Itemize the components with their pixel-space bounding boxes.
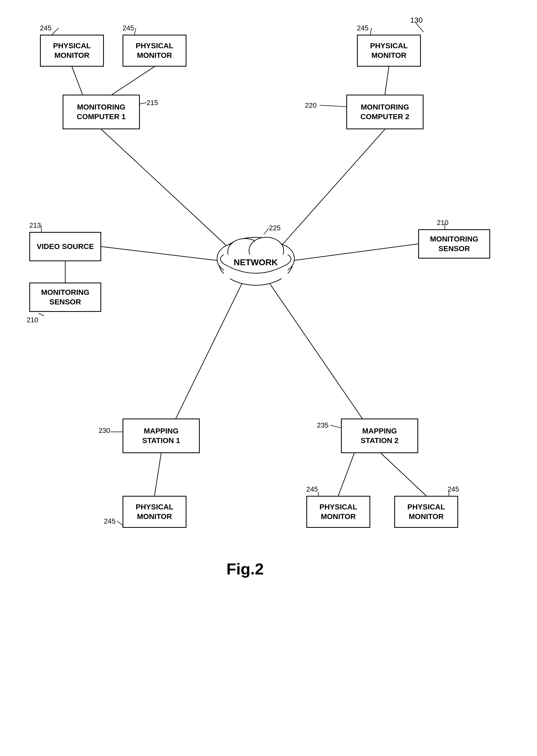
physical-monitor-5-box: PHYSICALMONITOR bbox=[306, 496, 370, 528]
monitoring-sensor-right-label: MONITORINGSENSOR bbox=[430, 234, 478, 254]
physical-monitor-5-label: PHYSICALMONITOR bbox=[319, 502, 357, 522]
svg-point-17 bbox=[249, 237, 284, 264]
svg-line-12 bbox=[381, 453, 426, 496]
diagram: NETWORK PHYSICAL MONITOR 245 PHYSICALMON… bbox=[0, 0, 537, 756]
physical-monitor-2-label: PHYSICALMONITOR bbox=[136, 41, 173, 61]
svg-point-14 bbox=[217, 244, 252, 273]
svg-line-23 bbox=[370, 28, 372, 35]
ref-245-2: 245 bbox=[123, 24, 134, 32]
ref-130: 130 bbox=[410, 16, 423, 24]
ref-245-4: 245 bbox=[104, 517, 115, 525]
ref-220: 220 bbox=[305, 101, 316, 110]
physical-monitor-6-label: PHYSICALMONITOR bbox=[407, 502, 445, 522]
ref-210-right: 210 bbox=[437, 219, 448, 227]
svg-line-10 bbox=[154, 453, 161, 496]
monitoring-computer-1-box: MONITORINGCOMPUTER 1 bbox=[62, 95, 140, 129]
mapping-station-1-box: MAPPINGSTATION 1 bbox=[123, 419, 200, 453]
svg-point-16 bbox=[228, 239, 262, 265]
physical-monitor-4-box: PHYSICALMONITOR bbox=[123, 496, 186, 528]
svg-line-3 bbox=[101, 129, 232, 250]
svg-rect-18 bbox=[224, 254, 288, 279]
physical-monitor-4-label: PHYSICALMONITOR bbox=[136, 502, 173, 522]
physical-monitor-2-box: PHYSICALMONITOR bbox=[123, 35, 186, 67]
svg-line-1 bbox=[112, 67, 154, 95]
ref-213: 213 bbox=[29, 221, 41, 230]
video-source-label: VIDEO SOURCE bbox=[37, 242, 94, 251]
svg-line-8 bbox=[176, 283, 242, 419]
ref-215: 215 bbox=[146, 99, 158, 107]
monitoring-sensor-left-label: MONITORINGSENSOR bbox=[41, 288, 89, 307]
ref-245-6: 245 bbox=[447, 485, 459, 493]
svg-line-31 bbox=[330, 425, 341, 428]
svg-line-20 bbox=[52, 28, 59, 35]
svg-line-2 bbox=[385, 67, 389, 95]
video-source-box: VIDEO SOURCE bbox=[29, 232, 101, 261]
svg-line-7 bbox=[288, 244, 418, 261]
svg-line-9 bbox=[269, 283, 362, 419]
svg-line-21 bbox=[135, 28, 136, 35]
physical-monitor-1-box: PHYSICAL MONITOR bbox=[40, 35, 104, 67]
physical-monitor-3-box: PHYSICALMONITOR bbox=[357, 35, 421, 67]
svg-text:NETWORK: NETWORK bbox=[233, 257, 277, 267]
physical-monitor-1-label: PHYSICAL MONITOR bbox=[43, 41, 101, 61]
mapping-station-2-label: MAPPINGSTATION 2 bbox=[361, 426, 398, 446]
ref-235: 235 bbox=[317, 421, 328, 429]
ref-225: 225 bbox=[269, 224, 280, 232]
mapping-station-1-label: MAPPINGSTATION 1 bbox=[142, 426, 180, 446]
monitoring-sensor-left-box: MONITORINGSENSOR bbox=[29, 283, 101, 312]
ref-230: 230 bbox=[99, 426, 110, 435]
ref-245-1: 245 bbox=[40, 24, 51, 32]
svg-line-32 bbox=[117, 521, 123, 525]
svg-line-4 bbox=[277, 129, 385, 250]
monitoring-sensor-right-box: MONITORINGSENSOR bbox=[418, 229, 490, 259]
svg-line-0 bbox=[72, 67, 83, 95]
monitoring-computer-1-label: MONITORINGCOMPUTER 1 bbox=[77, 102, 126, 122]
monitoring-computer-2-box: MONITORINGCOMPUTER 2 bbox=[346, 95, 424, 129]
ref-210-left: 210 bbox=[27, 316, 38, 324]
svg-line-5 bbox=[101, 246, 224, 261]
physical-monitor-3-label: PHYSICALMONITOR bbox=[370, 41, 408, 61]
svg-line-29 bbox=[264, 228, 269, 235]
svg-point-13 bbox=[219, 237, 293, 285]
ref-245-3: 245 bbox=[357, 24, 368, 32]
svg-line-24 bbox=[140, 103, 146, 104]
svg-line-27 bbox=[39, 313, 44, 316]
physical-monitor-6-box: PHYSICALMONITOR bbox=[394, 496, 458, 528]
svg-line-11 bbox=[338, 453, 354, 496]
svg-line-25 bbox=[320, 105, 346, 107]
svg-point-15 bbox=[260, 244, 294, 273]
mapping-station-2-box: MAPPINGSTATION 2 bbox=[341, 419, 418, 453]
ref-245-5: 245 bbox=[306, 485, 318, 493]
monitoring-computer-2-label: MONITORINGCOMPUTER 2 bbox=[360, 102, 409, 122]
figure-label: Fig.2 bbox=[227, 560, 264, 578]
